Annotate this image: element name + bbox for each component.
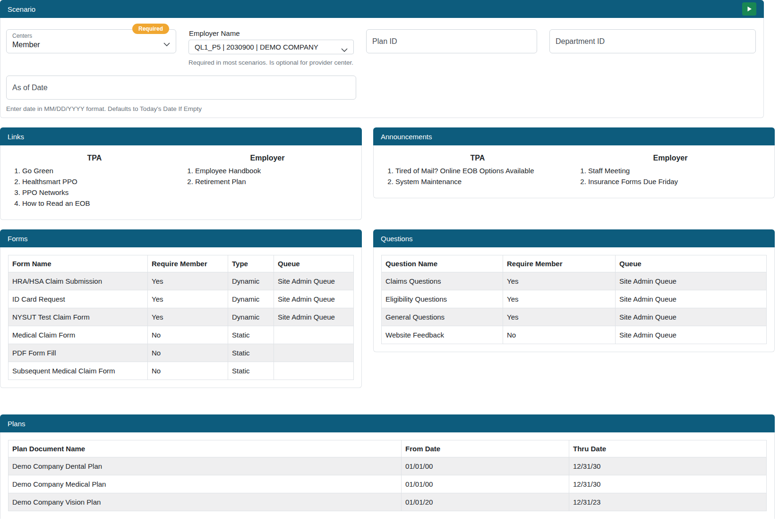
plans-table-body: Demo Company Dental Plan01/01/0012/31/30… xyxy=(9,457,767,511)
questions-panel-body: Question NameRequire MemberQueue Claims … xyxy=(373,247,775,352)
announcements-employer-list: Staff MeetingInsurance Forms Due Friday xyxy=(574,165,767,187)
column-header: Require Member xyxy=(148,255,228,272)
links-panel-header: Links xyxy=(0,127,362,145)
table-cell: 12/31/30 xyxy=(569,457,767,475)
forms-panel-body: Form NameRequire MemberTypeQueue HRA/HSA… xyxy=(0,247,362,388)
table-cell: Static xyxy=(228,326,274,344)
employer-name-select[interactable]: QL1_P5 | 2030900 | DEMO COMPANY xyxy=(188,40,354,54)
table-cell xyxy=(274,326,354,344)
table-cell xyxy=(274,344,354,362)
questions-table-body: Claims QuestionsYesSite Admin QueueEligi… xyxy=(382,272,767,344)
table-cell: Yes xyxy=(503,308,616,326)
scenario-panel-header: Scenario xyxy=(0,0,764,18)
table-cell: Site Admin Queue xyxy=(616,290,767,308)
links-employer-column: Employer Employee HandbookRetirement Pla… xyxy=(181,153,354,209)
announcement-item: Tired of Mail? Online EOB Options Availa… xyxy=(395,165,574,176)
table-row: Medical Claim FormNoStatic xyxy=(9,326,354,344)
table-cell: Static xyxy=(228,344,274,362)
plans-table: Plan Document NameFrom DateThru Date Dem… xyxy=(8,440,767,511)
plans-panel-body: Plan Document NameFrom DateThru Date Dem… xyxy=(0,432,775,519)
links-panel: Links TPA Go GreenHealthsmart PPOPPO Net… xyxy=(0,127,362,220)
panel-title: Scenario xyxy=(8,5,35,13)
table-cell: Demo Company Dental Plan xyxy=(9,457,402,475)
panel-title: Questions xyxy=(381,235,413,243)
table-cell: Dynamic xyxy=(228,308,274,326)
table-cell: Yes xyxy=(503,272,616,290)
employer-name-helper: Required in most scenarios. Is optional … xyxy=(188,59,354,66)
table-cell: Dynamic xyxy=(228,272,274,290)
table-row: HRA/HSA Claim SubmissionYesDynamicSite A… xyxy=(9,272,354,290)
plans-panel: Plans Plan Document NameFrom DateThru Da… xyxy=(0,414,775,519)
table-cell: PDF Form Fill xyxy=(9,344,148,362)
table-row: ID Card RequestYesDynamicSite Admin Queu… xyxy=(9,290,354,308)
table-row: NYSUT Test Claim FormYesDynamicSite Admi… xyxy=(9,308,354,326)
questions-table: Question NameRequire MemberQueue Claims … xyxy=(381,255,767,344)
column-header: Form Name xyxy=(9,255,148,272)
plan-id-input[interactable] xyxy=(366,29,537,53)
column-header: Question Name xyxy=(382,255,503,272)
play-icon xyxy=(747,6,752,12)
link-item: Go Green xyxy=(22,165,181,176)
questions-panel: Questions Question NameRequire MemberQue… xyxy=(373,229,775,352)
table-row: Demo Company Vision Plan01/01/2012/31/23 xyxy=(9,493,767,511)
column-heading: TPA xyxy=(381,154,574,162)
column-header: Queue xyxy=(616,255,767,272)
link-item: Healthsmart PPO xyxy=(22,176,181,187)
table-cell: Medical Claim Form xyxy=(9,326,148,344)
required-badge: Required xyxy=(132,24,169,34)
table-cell: No xyxy=(148,326,228,344)
table-cell: Site Admin Queue xyxy=(616,326,767,344)
forms-panel-header: Forms xyxy=(0,229,362,247)
employer-name-label: Employer Name xyxy=(189,29,354,37)
as-of-date-row: Enter date in MM/DD/YYYY format. Default… xyxy=(6,76,758,112)
scenario-panel: Scenario Required Centers Member Employe… xyxy=(0,0,764,118)
table-cell: No xyxy=(148,362,228,380)
centers-select[interactable]: Required Centers Member xyxy=(6,29,176,53)
questions-panel-header: Questions xyxy=(373,229,775,247)
panel-title: Forms xyxy=(8,235,28,243)
link-item: Retirement Plan xyxy=(195,176,354,187)
table-cell: Demo Company Vision Plan xyxy=(9,493,402,511)
table-cell: Subsequent Medical Claim Form xyxy=(9,362,148,380)
links-tpa-list: Go GreenHealthsmart PPOPPO NetworksHow t… xyxy=(8,165,181,209)
table-cell: Site Admin Queue xyxy=(616,272,767,290)
panel-title: Links xyxy=(8,133,24,141)
announcement-item: Staff Meeting xyxy=(588,165,767,176)
panel-title: Plans xyxy=(8,420,26,428)
table-cell: Eligibility Questions xyxy=(382,290,503,308)
forms-panel: Forms Form NameRequire MemberTypeQueue H… xyxy=(0,229,362,388)
as-of-date-input[interactable] xyxy=(6,76,356,100)
column-header: Thru Date xyxy=(569,440,767,457)
table-header-row: Form NameRequire MemberTypeQueue xyxy=(9,255,354,272)
table-row: General QuestionsYesSite Admin Queue xyxy=(382,308,767,326)
table-row: Subsequent Medical Claim FormNoStatic xyxy=(9,362,354,380)
table-row: Claims QuestionsYesSite Admin Queue xyxy=(382,272,767,290)
announcement-item: System Maintenance xyxy=(395,176,574,187)
announcements-panel-header: Announcements xyxy=(373,127,775,145)
announcements-panel-body: TPA Tired of Mail? Online EOB Options Av… xyxy=(373,145,775,198)
forms-questions-row: Forms Form NameRequire MemberTypeQueue H… xyxy=(0,229,779,388)
table-cell: 12/31/30 xyxy=(569,475,767,493)
table-cell: Site Admin Queue xyxy=(616,308,767,326)
table-header-row: Question NameRequire MemberQueue xyxy=(382,255,767,272)
table-cell: 12/31/23 xyxy=(569,493,767,511)
plans-panel-header: Plans xyxy=(0,414,775,432)
scenario-fields-row: Required Centers Member Employer Name QL… xyxy=(6,29,758,66)
table-cell: Static xyxy=(228,362,274,380)
table-cell: Yes xyxy=(503,290,616,308)
run-scenario-button[interactable] xyxy=(742,2,756,16)
table-cell: 01/01/20 xyxy=(402,493,569,511)
announcements-employer-column: Employer Staff MeetingInsurance Forms Du… xyxy=(574,153,767,187)
table-cell: Site Admin Queue xyxy=(274,272,354,290)
table-cell: HRA/HSA Claim Submission xyxy=(9,272,148,290)
centers-value: Member xyxy=(12,40,160,50)
announcement-item: Insurance Forms Due Friday xyxy=(588,176,767,187)
table-cell: ID Card Request xyxy=(9,290,148,308)
announcements-tpa-list: Tired of Mail? Online EOB Options Availa… xyxy=(381,165,574,187)
links-tpa-column: TPA Go GreenHealthsmart PPOPPO NetworksH… xyxy=(8,153,181,209)
scenario-panel-body: Required Centers Member Employer Name QL… xyxy=(0,18,764,118)
column-header: Require Member xyxy=(503,255,616,272)
table-cell: Claims Questions xyxy=(382,272,503,290)
column-header: Type xyxy=(228,255,274,272)
department-id-input[interactable] xyxy=(549,29,756,53)
